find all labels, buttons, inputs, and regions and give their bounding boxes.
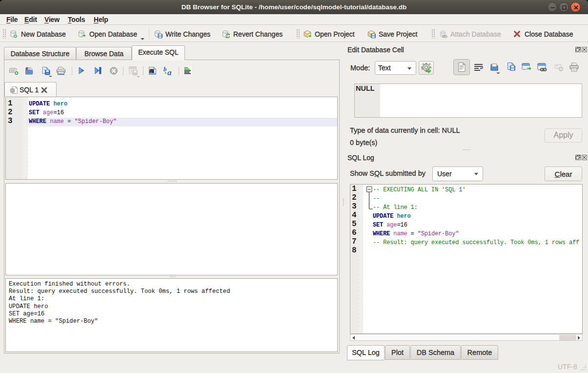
svg-text:b: b: [163, 65, 167, 73]
svg-text:a: a: [167, 68, 172, 77]
